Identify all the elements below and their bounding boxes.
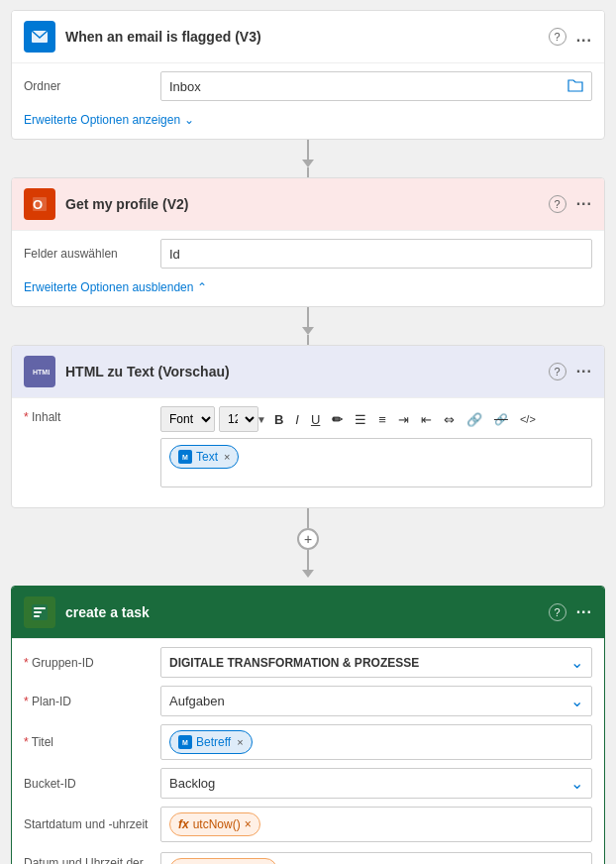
text-token-label: Text xyxy=(196,450,218,464)
task-title-row: Titel M Betreff × xyxy=(24,724,592,760)
link-button[interactable]: 🔗 xyxy=(462,406,486,432)
connector-2 xyxy=(307,307,309,327)
email-card: When an email is flagged (V3) ? ... Ordn… xyxy=(11,10,605,140)
html-help-icon[interactable]: ? xyxy=(549,363,566,380)
outdent-button[interactable]: ⇤ xyxy=(417,406,436,432)
profile-collapse-text[interactable]: Erweiterte Optionen ausblenden ⌃ xyxy=(24,280,207,294)
start-fx-icon: fx xyxy=(178,817,189,831)
svg-rect-7 xyxy=(34,611,42,613)
start-token-close[interactable]: × xyxy=(245,817,252,831)
task-title: create a task xyxy=(65,604,539,620)
connector-line-bottom xyxy=(307,550,309,570)
task-due-row: Datum und Uhrzeit der Fälligkeit fx addD… xyxy=(24,850,592,864)
task-more-icon[interactable]: ··· xyxy=(576,603,592,621)
email-card-header: When an email is flagged (V3) ? ... xyxy=(12,11,604,62)
chevron-up-icon: ⌃ xyxy=(197,280,207,294)
font-select[interactable]: Font xyxy=(160,406,215,432)
html-more-icon[interactable]: ··· xyxy=(576,363,592,380)
email-expand-link[interactable]: Erweiterte Optionen anzeigen ⌄ xyxy=(24,109,592,127)
email-folder-label: Ordner xyxy=(24,79,153,93)
profile-help-icon[interactable]: ? xyxy=(549,195,566,213)
email-expand-text[interactable]: Erweiterte Optionen anzeigen ⌄ xyxy=(24,113,194,127)
email-folder-value: Inbox xyxy=(169,79,201,94)
task-title-label: Titel xyxy=(24,735,153,749)
list-ul-button[interactable]: ☰ xyxy=(351,406,370,432)
svg-rect-8 xyxy=(34,615,40,617)
title-token-close[interactable]: × xyxy=(237,736,243,748)
task-bucket-label: Bucket-ID xyxy=(24,777,153,791)
profile-field-row: Felder auswählen Id xyxy=(24,239,592,269)
html-title: HTML zu Text (Vorschau) xyxy=(65,364,539,379)
task-group-input[interactable]: DIGITALE TRANSFORMATION & PROZESSE ⌄ xyxy=(160,647,592,678)
chevron-down-icon: ⌄ xyxy=(184,113,194,127)
planner-icon xyxy=(24,596,55,628)
task-start-label: Startdatum und -uhrzeit xyxy=(24,817,153,831)
html-header-actions: ? ··· xyxy=(549,363,592,380)
task-bucket-value: Backlog xyxy=(169,776,215,791)
connector-1b xyxy=(307,167,309,177)
svg-rect-6 xyxy=(34,607,46,609)
italic-button[interactable]: I xyxy=(291,406,303,432)
email-more-icon[interactable]: ... xyxy=(576,28,592,46)
html-editor-content[interactable]: M Text × xyxy=(160,438,592,487)
pen-button[interactable]: ✏ xyxy=(328,406,347,432)
title-token-icon: M xyxy=(178,735,192,749)
task-card-header: create a task ? ··· xyxy=(12,587,604,638)
email-folder-row: Ordner Inbox xyxy=(24,71,592,101)
html-content-label: Inhalt xyxy=(24,406,153,424)
connector-1 xyxy=(307,140,309,160)
task-due-input[interactable]: fx addDays(...) × xyxy=(160,852,592,864)
text-token: M Text × xyxy=(169,445,239,469)
underline-button[interactable]: U xyxy=(307,406,324,432)
start-token: fx utcNow() × xyxy=(169,812,260,836)
profile-card: O Get my profile (V2) ? ··· Felder auswä… xyxy=(11,177,605,307)
email-folder-input[interactable]: Inbox xyxy=(160,71,592,101)
html-card-body: Inhalt Font 12 ▼ B I U ✏ ☰ xyxy=(12,397,604,507)
due-token: fx addDays(...) × xyxy=(169,858,277,864)
task-group-label: Gruppen-ID xyxy=(24,656,153,670)
profile-collapse-link[interactable]: Erweiterte Optionen ausblenden ⌃ xyxy=(24,276,592,294)
size-select[interactable]: 12 xyxy=(219,406,258,432)
task-plan-label: Plan-ID xyxy=(24,695,153,708)
task-plan-row: Plan-ID Aufgaben ⌄ xyxy=(24,686,592,716)
task-start-row: Startdatum und -uhrzeit fx utcNow() × xyxy=(24,807,592,842)
code-button[interactable]: </> xyxy=(516,406,540,432)
task-due-label: Datum und Uhrzeit der Fälligkeit xyxy=(24,850,153,864)
task-bucket-row: Bucket-ID Backlog ⌄ xyxy=(24,768,592,799)
profile-more-icon[interactable]: ··· xyxy=(576,195,592,213)
task-group-dropdown-icon: ⌄ xyxy=(570,653,583,672)
list-ol-button[interactable]: ≡ xyxy=(374,406,390,432)
task-start-input[interactable]: fx utcNow() × xyxy=(160,807,592,842)
text-token-close[interactable]: × xyxy=(224,451,230,463)
html-card-header: HTML HTML zu Text (Vorschau) ? ··· xyxy=(12,346,604,397)
task-card-body: Gruppen-ID DIGITALE TRANSFORMATION & PRO… xyxy=(12,638,604,864)
connector-plus: + xyxy=(297,508,319,586)
profile-title: Get my profile (V2) xyxy=(65,196,539,212)
profile-field-input[interactable]: Id xyxy=(160,239,592,269)
html-editor-wrapper: Font 12 ▼ B I U ✏ ☰ ≡ ⇥ ⇤ ⇔ xyxy=(160,406,592,487)
email-help-icon[interactable]: ? xyxy=(549,28,566,46)
task-card: create a task ? ··· Gruppen-ID DIGITALE … xyxy=(11,586,605,864)
task-group-row: Gruppen-ID DIGITALE TRANSFORMATION & PRO… xyxy=(24,647,592,678)
task-bucket-input[interactable]: Backlog ⌄ xyxy=(160,768,592,799)
task-plan-input[interactable]: Aufgaben ⌄ xyxy=(160,686,592,716)
bold-button[interactable]: B xyxy=(270,406,287,432)
arrow-3 xyxy=(302,570,314,578)
task-plan-dropdown-icon: ⌄ xyxy=(570,692,583,710)
task-bucket-dropdown-icon: ⌄ xyxy=(570,774,583,793)
task-help-icon[interactable]: ? xyxy=(549,603,566,621)
add-step-button[interactable]: + xyxy=(297,528,319,550)
html-toolbar: Font 12 ▼ B I U ✏ ☰ ≡ ⇥ ⇤ ⇔ xyxy=(160,406,592,432)
indent-button[interactable]: ⇥ xyxy=(394,406,413,432)
task-title-input[interactable]: M Betreff × xyxy=(160,724,592,760)
align-button[interactable]: ⇔ xyxy=(440,406,459,432)
task-header-actions: ? ··· xyxy=(549,603,592,621)
chevron-font-icon: ▼ xyxy=(257,414,266,425)
text-token-icon: M xyxy=(178,450,192,464)
flow-container: When an email is flagged (V3) ? ... Ordn… xyxy=(10,10,606,864)
folder-icon xyxy=(567,78,583,95)
unlink-button[interactable]: 🔗 xyxy=(490,406,512,432)
arrow-2 xyxy=(302,327,314,335)
connector-line-top xyxy=(307,508,309,528)
email-header-actions: ? ... xyxy=(549,28,592,46)
